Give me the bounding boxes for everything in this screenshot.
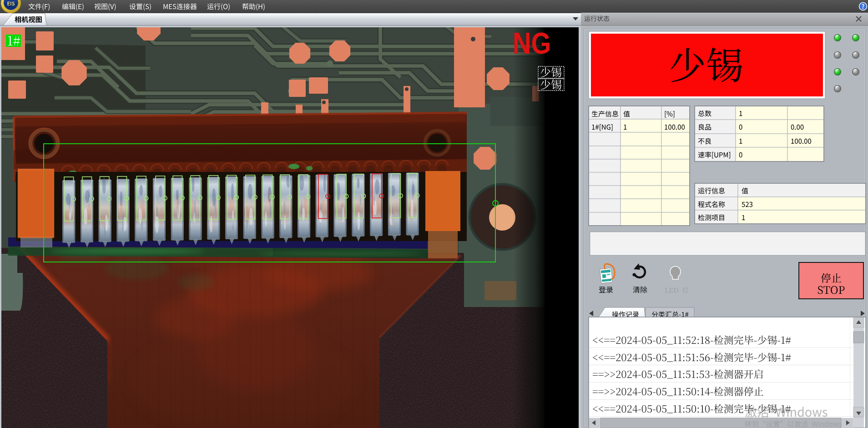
svg-text:NG: NG [513,27,551,60]
